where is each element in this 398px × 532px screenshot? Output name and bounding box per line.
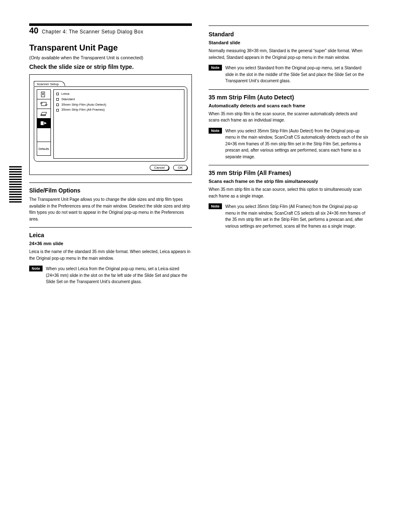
dialog-icon-tabs: Defaults	[37, 89, 51, 159]
scanner-setup-figure: Scanner Setup	[29, 74, 192, 175]
option-strip-all[interactable]: 35mm Strip Film (All Frames)	[56, 107, 181, 113]
film-icon	[40, 120, 48, 126]
divider	[209, 89, 369, 90]
section-heading: 35 mm Strip Film (Auto Detect)	[209, 94, 369, 101]
cancel-button[interactable]: Cancel	[150, 165, 169, 170]
body-text: Normally measuring 38×38 mm, Standard is…	[209, 48, 369, 61]
icon-tab-density[interactable]	[37, 109, 51, 119]
dialog-options-box: Leica Standard 35mm Strip Film (Auto Det…	[53, 89, 184, 159]
option-leica[interactable]: Leica	[56, 91, 181, 97]
note-text: When you select 35mm Strip Film (All Fra…	[225, 203, 369, 229]
option-label: Leica	[61, 91, 69, 97]
body-text: When 35 mm strip film is the scan source…	[209, 186, 369, 199]
note-badge: Note	[209, 128, 222, 134]
section-heading: Slide/Film Options	[29, 187, 192, 194]
note-text: When you select 35mm Strip Film (Auto De…	[225, 128, 369, 160]
option-label: 35mm Strip Film (All Frames)	[61, 107, 105, 113]
crop-icon	[40, 101, 48, 107]
body-text: Leica is the name of the standard 35 mm …	[29, 248, 192, 261]
section-lead: Standard slide	[209, 40, 369, 45]
page-subtitle: (Only available when the Transparent Uni…	[29, 55, 192, 60]
svg-marker-7	[41, 112, 47, 115]
note-text: When you select Standard from the Origin…	[225, 65, 369, 84]
divider	[29, 182, 192, 183]
icon-tab-general[interactable]	[37, 89, 51, 99]
icon-tab-tpu[interactable]	[37, 118, 51, 128]
section-lead: 24×36 mm slide	[29, 241, 192, 246]
option-label: Standard	[61, 97, 75, 102]
option-strip-auto[interactable]: 35mm Strip Film (Auto Detect)	[56, 102, 181, 108]
icon-tab-aspect[interactable]	[37, 99, 51, 109]
section-heading: 35 mm Strip Film (All Frames)	[209, 170, 369, 176]
body-text: The Transparent Unit Page allows you to …	[29, 196, 192, 222]
section-heading: Leica	[29, 232, 192, 238]
page-number: 40	[29, 26, 42, 35]
section-lead: Automatically detects and scans each fra…	[209, 103, 369, 108]
figure-caption: Check the slide size or strip film type.	[29, 63, 192, 70]
note-badge: Note	[209, 203, 222, 209]
ok-button[interactable]: OK	[173, 165, 187, 170]
note-badge: Note	[209, 65, 222, 71]
side-tab	[9, 166, 22, 204]
section-heading: Standard	[209, 31, 369, 38]
body-text: When 35 mm strip film is the scan source…	[209, 111, 369, 124]
note-badge: Note	[29, 266, 43, 271]
option-standard[interactable]: Standard	[56, 97, 181, 102]
icon-tab-defaults[interactable]: Defaults	[37, 142, 51, 156]
dialog-body: Defaults Leica Standard 35mm Strip Film …	[34, 86, 187, 162]
section-lead: Scans each frame on the strip film simul…	[209, 179, 369, 184]
page-masthead: 40 Chapter 4: The Scanner Setup Dialog B…	[29, 23, 192, 35]
svg-rect-8	[41, 115, 45, 116]
icon-tab-spacer-1	[37, 128, 51, 142]
note-text: When you select Leica from the Original …	[46, 266, 192, 285]
column-top-rule	[209, 25, 369, 26]
divider	[209, 165, 369, 165]
svg-rect-0	[41, 92, 45, 97]
side-tab-stripes	[9, 166, 22, 204]
page-title: Transparent Unit Page	[29, 43, 192, 53]
checkbox-icon	[56, 98, 59, 101]
divider	[29, 227, 192, 228]
scanner-icon	[40, 111, 48, 117]
svg-rect-4	[41, 102, 46, 106]
chapter-title: Chapter 4: The Scanner Setup Dialog Box	[42, 29, 143, 35]
checkbox-icon	[56, 93, 59, 95]
svg-marker-10	[44, 122, 47, 124]
checkbox-icon	[56, 104, 59, 106]
dialog-tab: Scanner Setup	[34, 81, 65, 86]
checkbox-icon	[56, 109, 59, 111]
svg-rect-9	[41, 122, 43, 125]
option-label: 35mm Strip Film (Auto Detect)	[61, 102, 106, 108]
document-icon	[40, 91, 48, 97]
